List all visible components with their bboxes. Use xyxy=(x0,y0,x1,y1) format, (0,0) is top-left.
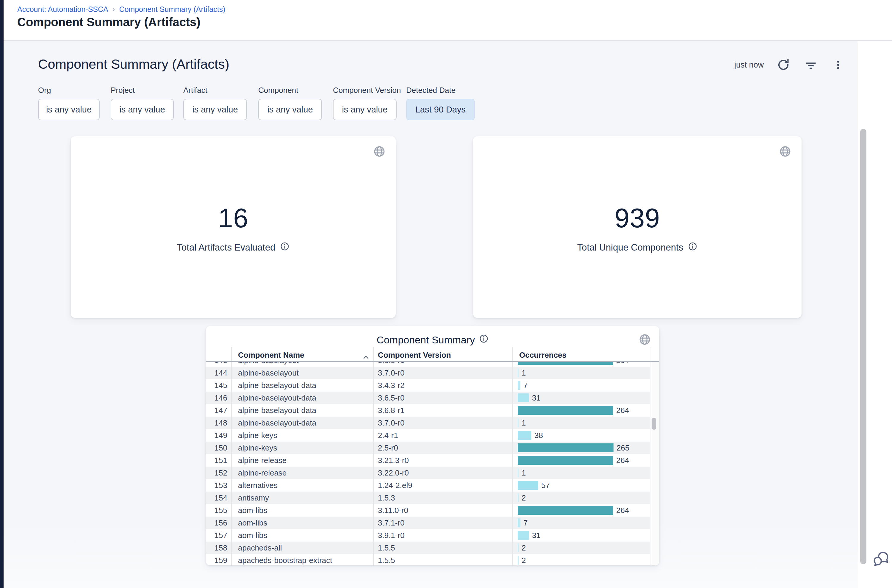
table-row[interactable]: 144 alpine-baselayout 3.7.0-r0 1 xyxy=(206,367,659,379)
row-number-cell: 158 xyxy=(206,543,231,553)
page-scrollbar-thumb[interactable] xyxy=(860,129,867,564)
table-row[interactable]: 148 alpine-baselayout-data 3.7.0-r0 1 xyxy=(206,417,659,429)
row-gutter xyxy=(650,554,659,566)
component-version-cell: 1.5.3 xyxy=(373,494,512,502)
breadcrumb-current-link[interactable]: Component Summary (Artifacts) xyxy=(119,5,225,14)
row-gutter xyxy=(650,466,659,479)
filter-lines-icon xyxy=(804,58,818,72)
table-row[interactable]: 149 alpine-keys 2.4-r1 38 xyxy=(206,429,659,442)
refresh-button[interactable] xyxy=(776,57,791,73)
row-gutter xyxy=(650,429,659,442)
occurrences-cell: 264 xyxy=(512,362,650,365)
filter-value-chip[interactable]: is any value xyxy=(258,99,322,120)
row-gutter xyxy=(650,517,659,529)
occurrence-value: 1 xyxy=(522,368,526,378)
refresh-icon xyxy=(776,58,790,72)
table-row[interactable]: 159 apacheds-bootstrap-extract 1.5.5 2 xyxy=(206,554,659,566)
table-row[interactable]: 154 antisamy 1.5.3 2 xyxy=(206,492,659,504)
component-name-cell: alpine-release xyxy=(231,456,373,465)
occurrence-bar xyxy=(518,443,613,452)
occurrences-cell: 2 xyxy=(512,556,650,565)
component-version-cell: 2.4-r1 xyxy=(373,431,512,440)
occurrence-bar xyxy=(518,481,538,490)
column-header-occurrences[interactable]: Occurrences xyxy=(519,351,567,360)
occurrence-value: 264 xyxy=(616,506,629,515)
table-row[interactable]: 153 alternatives 1.24-2.el9 57 xyxy=(206,479,659,492)
component-name-cell: antisamy xyxy=(231,494,373,502)
occurrence-value: 2 xyxy=(522,494,526,502)
metric-label-row: Total Artifacts Evaluated xyxy=(71,242,396,254)
column-header-component-version[interactable]: Component Version xyxy=(378,351,451,360)
metric-label: Total Artifacts Evaluated xyxy=(177,242,276,253)
row-number-cell: 159 xyxy=(206,556,231,565)
row-gutter xyxy=(650,479,659,492)
table-row[interactable]: 157 aom-libs 3.9.1-r0 31 xyxy=(206,529,659,542)
column-divider xyxy=(373,347,374,566)
component-version-cell: 1.5.5 xyxy=(373,556,512,565)
component-name-cell: alpine-baselayout-data xyxy=(231,381,373,390)
info-icon[interactable] xyxy=(479,334,489,346)
component-name-cell: alpine-keys xyxy=(231,431,373,440)
occurrences-cell: 2 xyxy=(512,543,650,553)
breadcrumb: Account: Automation-SSCA › Component Sum… xyxy=(17,5,225,14)
occurrences-cell: 7 xyxy=(512,518,650,528)
row-gutter xyxy=(650,392,659,404)
table-row[interactable]: 145 alpine-baselayout-data 3.4.3-r2 7 xyxy=(206,379,659,392)
occurrence-bar xyxy=(518,543,519,552)
component-version-cell: 3.6.8-r1 xyxy=(373,362,512,365)
row-gutter xyxy=(650,454,659,466)
occurrence-value: 264 xyxy=(616,456,629,465)
filter-value-chip[interactable]: is any value xyxy=(183,99,247,120)
table-row[interactable]: 155 aom-libs 3.11.0-r0 264 xyxy=(206,504,659,517)
occurrence-value: 1 xyxy=(522,468,526,478)
table-row[interactable]: 150 alpine-keys 2.5-r0 265 xyxy=(206,442,659,454)
occurrences-cell: 1 xyxy=(512,468,650,478)
table-body-viewport: 143 alpine-baselayout 3.6.8-r1 264 144 a… xyxy=(206,362,659,566)
filter-value-chip[interactable]: is any value xyxy=(333,99,397,120)
metric-value: 16 xyxy=(71,203,396,234)
metric-card-unique-components: 939 Total Unique Components xyxy=(473,136,802,318)
breadcrumb-account-link[interactable]: Account: Automation-SSCA xyxy=(17,5,108,14)
component-name-cell: aom-libs xyxy=(231,506,373,515)
occurrence-value: 31 xyxy=(532,531,541,540)
component-name-cell: apacheds-bootstrap-extract xyxy=(231,556,373,565)
occurrence-value: 7 xyxy=(523,381,528,390)
table-row[interactable]: 151 alpine-release 3.21.3-r0 264 xyxy=(206,454,659,466)
info-icon[interactable] xyxy=(280,242,289,254)
filter-value-chip[interactable]: is any value xyxy=(111,99,174,120)
occurrences-cell: 264 xyxy=(512,406,650,415)
table-row[interactable]: 156 aom-libs 3.7.1-r0 7 xyxy=(206,517,659,529)
table-row[interactable]: 152 alpine-release 3.22.0-r0 1 xyxy=(206,466,659,479)
component-version-cell: 3.7.0-r0 xyxy=(373,418,512,428)
row-number-cell: 156 xyxy=(206,518,231,528)
component-name-cell: alternatives xyxy=(231,481,373,490)
occurrence-bar xyxy=(518,518,520,527)
occurrence-value: 38 xyxy=(534,431,543,440)
table-header-divider xyxy=(206,361,659,362)
dashboard-filters-button[interactable] xyxy=(803,57,819,73)
component-name-cell: alpine-release xyxy=(231,468,373,478)
occurrences-cell: 264 xyxy=(512,456,650,465)
component-version-cell: 1.24-2.el9 xyxy=(373,481,512,490)
chat-support-button[interactable] xyxy=(872,550,891,570)
info-icon[interactable] xyxy=(688,242,697,254)
table-row[interactable]: 146 alpine-baselayout-data 3.6.5-r0 31 xyxy=(206,392,659,404)
row-number-cell: 144 xyxy=(206,368,231,378)
filter-value-chip[interactable]: is any value xyxy=(38,99,100,120)
occurrence-bar xyxy=(518,506,613,515)
table-row[interactable]: 158 apacheds-all 1.5.5 2 xyxy=(206,542,659,554)
globe-icon xyxy=(373,145,385,159)
occurrences-cell: 2 xyxy=(512,494,650,502)
row-number-cell: 149 xyxy=(206,431,231,440)
occurrence-value: 265 xyxy=(616,443,629,453)
table-row[interactable]: 147 alpine-baselayout-data 3.6.8-r1 264 xyxy=(206,404,659,417)
filter-label: Artifact xyxy=(183,86,207,95)
dashboard-title: Component Summary (Artifacts) xyxy=(38,57,229,72)
filter-value-chip[interactable]: Last 90 Days xyxy=(406,99,475,120)
table-scrollbar-thumb[interactable] xyxy=(652,418,657,430)
top-header: Account: Automation-SSCA › Component Sum… xyxy=(4,0,892,41)
table-row[interactable]: 143 alpine-baselayout 3.6.8-r1 264 xyxy=(206,362,659,367)
more-options-button[interactable] xyxy=(831,57,846,73)
column-divider xyxy=(650,347,651,566)
column-header-component-name[interactable]: Component Name xyxy=(238,351,304,360)
